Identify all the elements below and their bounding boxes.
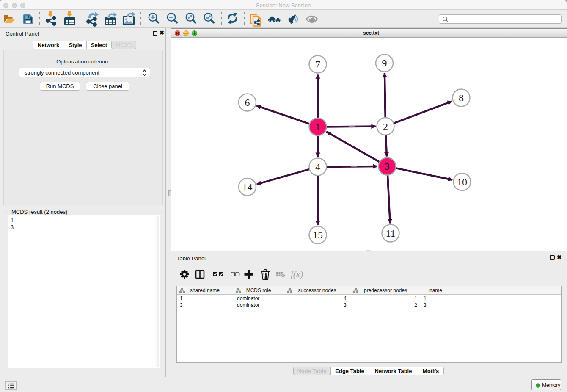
svg-text:3: 3	[385, 161, 390, 172]
svg-text:1: 1	[315, 121, 320, 133]
svg-text:15: 15	[313, 229, 323, 240]
svg-text:10: 10	[457, 177, 467, 188]
svg-text:4: 4	[315, 161, 320, 172]
svg-text:8: 8	[459, 92, 464, 103]
svg-text:2: 2	[383, 121, 388, 132]
svg-text:f(x): f(x)	[291, 269, 303, 279]
svg-text:7: 7	[315, 59, 320, 70]
svg-text:6: 6	[245, 97, 250, 108]
svg-text:11: 11	[385, 228, 395, 239]
svg-text:9: 9	[382, 58, 387, 69]
svg-text:14: 14	[242, 182, 253, 193]
